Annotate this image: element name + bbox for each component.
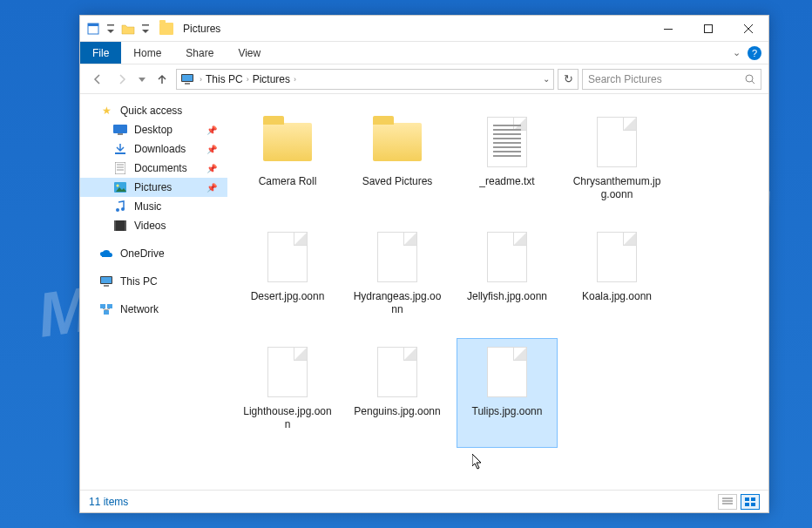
svg-rect-43 — [751, 498, 755, 501]
nav-downloads[interactable]: Downloads 📌 — [80, 139, 227, 159]
nav-label: Downloads — [134, 143, 186, 155]
file-item[interactable]: Camera Roll — [237, 108, 338, 218]
svg-rect-36 — [104, 310, 109, 315]
svg-rect-2 — [107, 24, 114, 26]
titlebar[interactable]: Pictures — [80, 16, 768, 42]
videos-icon — [113, 219, 127, 233]
minimize-button[interactable] — [648, 16, 688, 42]
navigation-pane[interactable]: ★ Quick access Desktop 📌 Downloads 📌 Doc… — [80, 94, 228, 490]
file-item[interactable]: Tulips.jpg.oonn — [457, 338, 558, 448]
nav-label: Quick access — [120, 105, 182, 117]
details-view-button[interactable] — [718, 494, 737, 510]
chevron-right-icon[interactable]: › — [200, 75, 202, 84]
file-item[interactable]: Lighthouse.jpg.oonn — [237, 338, 338, 448]
svg-rect-29 — [114, 220, 116, 231]
qat-dropdown-icon[interactable] — [138, 21, 153, 37]
svg-line-38 — [106, 308, 110, 310]
breadcrumb-this-pc[interactable]: This PC — [206, 73, 243, 85]
svg-rect-34 — [100, 304, 105, 308]
nav-label: Pictures — [134, 181, 172, 193]
folder-icon — [373, 123, 422, 161]
svg-line-37 — [103, 308, 106, 310]
address-dropdown-icon[interactable]: ⌄ — [543, 74, 550, 84]
address-bar[interactable]: › This PC › Pictures › ⌄ — [176, 69, 554, 90]
pin-icon: 📌 — [206, 145, 217, 154]
file-item[interactable]: Saved Pictures — [347, 108, 448, 218]
tab-share[interactable]: Share — [173, 42, 226, 64]
svg-marker-3 — [107, 30, 114, 33]
maximize-button[interactable] — [688, 16, 728, 42]
file-item[interactable]: Desert.jpg.oonn — [237, 223, 338, 333]
explorer-body: ★ Quick access Desktop 📌 Downloads 📌 Doc… — [80, 94, 768, 490]
unknown-file-icon — [377, 232, 417, 282]
file-item[interactable]: Chrysanthemum.jpg.oonn — [566, 108, 667, 218]
svg-rect-28 — [114, 220, 126, 231]
chevron-right-icon[interactable]: › — [294, 75, 296, 84]
view-toggle — [718, 494, 760, 510]
nav-forward-button[interactable] — [112, 69, 132, 90]
expand-ribbon-icon[interactable]: ⌄ — [733, 47, 741, 58]
icons-view-button[interactable] — [741, 494, 760, 510]
tab-home[interactable]: Home — [121, 42, 173, 64]
nav-documents[interactable]: Documents 📌 — [80, 159, 227, 178]
content-pane[interactable]: Camera RollSaved Pictures_readme.txtChry… — [228, 94, 768, 490]
svg-point-14 — [746, 75, 753, 82]
file-item[interactable]: _readme.txt — [457, 108, 558, 218]
search-input[interactable]: Search Pictures — [582, 69, 761, 90]
refresh-button[interactable]: ↻ — [558, 69, 579, 90]
file-item[interactable]: Jellyfish.jpg.oonn — [457, 223, 558, 333]
nav-history-dropdown[interactable] — [136, 69, 148, 90]
nav-pictures[interactable]: Pictures 📌 — [80, 178, 227, 197]
onedrive-icon — [99, 247, 113, 261]
file-item[interactable]: Hydrangeas.jpg.oonn — [347, 223, 448, 333]
file-label: Camera Roll — [255, 175, 321, 188]
svg-line-15 — [752, 81, 754, 84]
tab-file[interactable]: File — [80, 42, 121, 64]
nav-up-button[interactable] — [152, 69, 173, 90]
nav-label: Network — [120, 303, 159, 315]
nav-back-button[interactable] — [87, 69, 108, 90]
close-button[interactable] — [728, 16, 768, 42]
svg-rect-33 — [104, 285, 109, 287]
navbar: › This PC › Pictures › ⌄ ↻ Search Pictur… — [80, 64, 768, 94]
svg-marker-5 — [142, 30, 149, 33]
help-icon[interactable]: ? — [748, 46, 761, 60]
network-icon — [99, 302, 113, 316]
properties-icon[interactable] — [85, 21, 101, 37]
file-item[interactable]: Penguins.jpg.oonn — [347, 338, 448, 448]
dropdown-icon[interactable] — [103, 21, 118, 37]
nav-music[interactable]: Music — [80, 197, 227, 216]
new-folder-icon[interactable] — [120, 21, 136, 37]
file-item[interactable]: Koala.jpg.oonn — [566, 223, 667, 333]
star-icon: ★ — [99, 104, 113, 118]
items-grid: Camera RollSaved Pictures_readme.txtChry… — [237, 108, 760, 448]
svg-rect-44 — [745, 503, 749, 506]
nav-desktop[interactable]: Desktop 📌 — [80, 120, 227, 139]
svg-rect-35 — [107, 304, 112, 308]
nav-onedrive[interactable]: OneDrive — [80, 244, 227, 263]
svg-point-26 — [116, 208, 119, 212]
nav-this-pc[interactable]: This PC — [80, 272, 227, 291]
file-label: _readme.txt — [476, 175, 538, 188]
ribbon-right: ⌄ ? — [733, 42, 768, 64]
this-pc-icon — [180, 73, 196, 85]
desktop-icon — [113, 123, 127, 137]
svg-rect-12 — [182, 75, 193, 81]
music-icon — [113, 200, 127, 213]
breadcrumb-pictures[interactable]: Pictures — [253, 73, 290, 85]
tab-view[interactable]: View — [226, 42, 273, 64]
nav-network[interactable]: Network — [80, 300, 227, 319]
svg-rect-18 — [115, 152, 125, 154]
downloads-icon — [113, 142, 127, 156]
svg-rect-42 — [745, 498, 749, 501]
unknown-file-icon — [597, 117, 637, 167]
chevron-right-icon[interactable]: › — [247, 75, 249, 84]
file-label: Saved Pictures — [359, 175, 436, 188]
svg-rect-32 — [101, 277, 112, 283]
nav-quick-access[interactable]: ★ Quick access — [80, 101, 227, 120]
item-count: 11 items — [89, 496, 128, 508]
svg-rect-45 — [751, 503, 755, 506]
ribbon-tabs: File Home Share View ⌄ ? — [80, 42, 768, 64]
nav-videos[interactable]: Videos — [80, 216, 227, 235]
folder-icon — [263, 123, 312, 161]
